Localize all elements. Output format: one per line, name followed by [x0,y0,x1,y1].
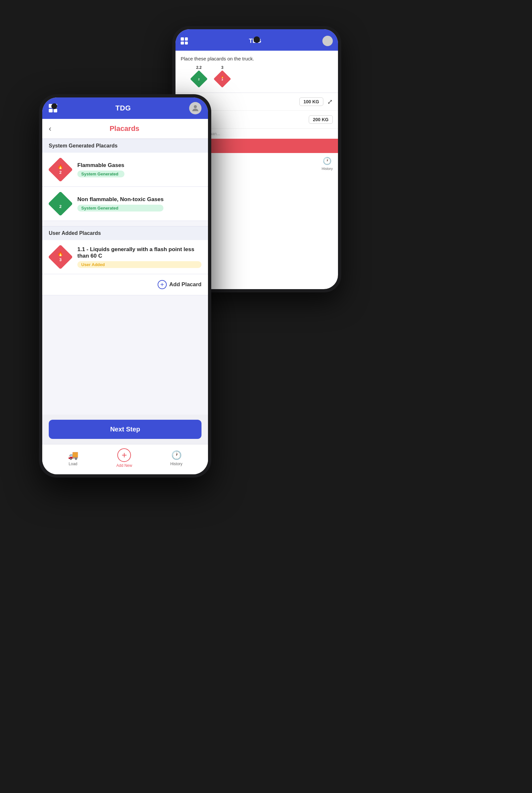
section-header-system: System Generated Placards [42,139,208,153]
placard-name-user-added: 1.1 - Liquids generally with a flash poi… [77,246,202,259]
back-phone-camera [253,36,260,43]
placard-name-flammable: Flammable Gases [77,162,125,169]
page-title: Placards [55,124,194,133]
nav-label-load: Load [69,462,77,466]
svg-text:🔥: 🔥 [58,164,63,170]
add-placard-text: Add Placard [169,281,202,288]
nav-item-add-new[interactable]: + Add New [116,448,132,468]
badge-user-added: User Added [77,261,202,268]
svg-text:2: 2 [59,204,61,209]
next-step-button[interactable]: Next Step [49,420,202,439]
diamond-red-flammable: 🔥 2 [49,158,72,181]
back-button[interactable]: ‹ [49,124,51,133]
nav-item-load[interactable]: 🚚 Load [68,450,78,466]
add-placard-row[interactable]: + Add Placard [42,274,208,295]
badge-system-flammable: System Generated [77,171,125,177]
svg-text:3: 3 [222,78,223,81]
bottom-nav: 🚚 Load + Add New 🕐 History [42,444,208,474]
user-avatar[interactable] [189,102,202,114]
back-history-nav[interactable]: 🕐 History [322,157,333,171]
svg-rect-11 [49,245,72,269]
history-icon-back: 🕐 [323,157,331,166]
add-circle-icon: + [117,448,131,462]
back-placard-number-1: 2.2 [196,65,202,70]
nav-label-history: History [170,462,182,466]
svg-text:3: 3 [59,258,61,262]
svg-text:2: 2 [59,170,61,175]
back-phone-placards-row: 2.2 2 3 🔥 3 [181,65,333,88]
placard-item-nonflammable[interactable]: 2 Non flammable, Non-toxic Gases System … [42,187,208,221]
content-spacer [42,295,208,321]
back-placard-red: 3 🔥 3 [214,65,231,88]
placard-info-user-added: 1.1 - Liquids generally with a flash poi… [77,246,202,268]
diamond-red-user: 🔥 3 [49,245,72,269]
back-phone-instruction: Place these placards on the truck. [181,56,333,61]
back-phone-content: Place these placards on the truck. 2.2 2… [175,51,338,93]
placard-item-flammable[interactable]: 🔥 2 Flammable Gases System Generated [42,153,208,187]
content-area: System Generated Placards 🔥 2 Flammable … [42,139,208,414]
history-label-back: History [322,167,333,171]
diamond-green-nonflammable: 2 [49,192,72,215]
badge-system-nonflammable: System Generated [77,205,164,212]
page-title-bar: ‹ Placards [42,119,208,139]
back-placard-green: 2.2 2 [190,65,207,88]
svg-rect-6 [49,158,72,181]
nav-label-add-new: Add New [116,463,132,468]
svg-text:🔥: 🔥 [58,251,63,257]
app-header: TDG [42,97,208,119]
app-title: TDG [115,104,131,112]
svg-rect-9 [49,192,72,215]
back-phone-grid-icon [181,37,188,44]
svg-text:2: 2 [198,78,200,81]
placard-item-user-added[interactable]: 🔥 3 1.1 - Liquids generally with a flash… [42,240,208,274]
truck-icon: 🚚 [68,450,78,460]
nav-item-history[interactable]: 🕐 History [170,450,182,466]
back-placard-number-2: 3 [221,65,224,70]
back-row-value-2: 200 KG [309,115,333,124]
expand-icon-1[interactable]: ⤢ [327,98,333,105]
section-spacer [42,221,208,226]
add-placard-circle-icon: + [158,280,167,289]
svg-text:🔥: 🔥 [221,75,224,78]
placard-info-nonflammable: Non flammable, Non-toxic Gases System Ge… [77,196,164,212]
placard-name-nonflammable: Non flammable, Non-toxic Gases [77,196,164,203]
front-phone-inner: TDG ‹ Placards System Generated Placards [42,97,208,474]
svg-point-5 [194,105,196,108]
section-header-user: User Added Placards [42,226,208,240]
back-phone-avatar [322,36,333,46]
placard-info-flammable: Flammable Gases System Generated [77,162,125,177]
front-phone: TDG ‹ Placards System Generated Placards [39,94,211,478]
front-phone-camera [51,103,57,109]
history-icon: 🕐 [171,450,182,460]
back-row-value-1: 100 KG [299,97,323,106]
